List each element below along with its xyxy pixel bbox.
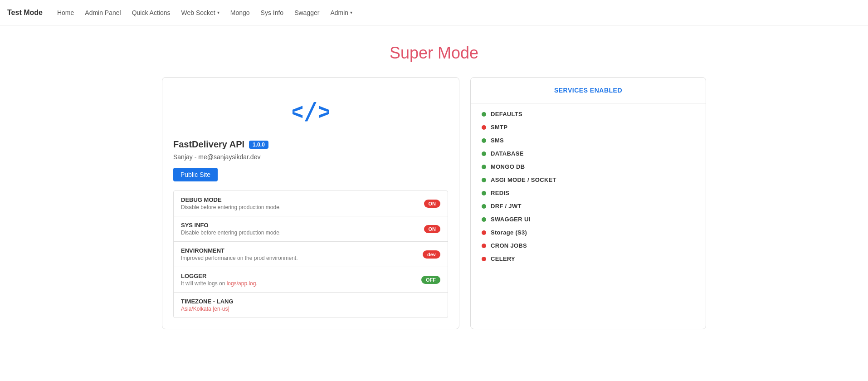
service-dot-icon [482,204,486,209]
setting-timezone: TIMEZONE - LANG Asia/Kolkata [en-us] [174,293,448,318]
setting-logger-label: LOGGER [181,273,258,279]
service-dot-icon [482,257,486,261]
setting-sysinfo-badge: ON [424,225,441,233]
service-dot-icon [482,151,486,156]
nav-home[interactable]: Home [54,7,78,18]
service-item: DATABASE [482,150,695,157]
setting-sysinfo-label: SYS INFO [181,222,281,229]
nav-admin[interactable]: Admin [327,7,356,18]
service-dot-icon [482,217,486,222]
service-name: SMTP [491,124,507,131]
setting-env-desc: Improved performance on the prod environ… [181,255,297,261]
service-name: DRF / JWT [491,203,522,210]
nav-quick-actions[interactable]: Quick Actions [128,7,174,18]
setting-tz-info: TIMEZONE - LANG Asia/Kolkata [en-us] [181,298,234,312]
setting-env-label: ENVIRONMENT [181,247,297,254]
nav-swagger[interactable]: Swagger [291,7,323,18]
public-site-button[interactable]: Public Site [173,168,218,181]
service-item: CELERY [482,255,695,262]
service-item: DEFAULTS [482,111,695,117]
navbar: Test Mode Home Admin Panel Quick Actions… [0,0,868,25]
service-name: ASGI MODE / SOCKET [491,176,556,183]
svg-text:</>: </> [293,98,329,125]
api-title-row: FastDelivery API 1.0.0 [173,139,448,150]
services-header: SERVICES ENABLED [471,78,706,103]
service-dot-icon [482,191,486,195]
api-name: FastDelivery API [173,139,244,150]
right-card: SERVICES ENABLED DEFAULTSSMTPSMSDATABASE… [470,77,706,329]
nav-mongo[interactable]: Mongo [227,7,254,18]
service-dot-icon [482,112,486,117]
setting-debug-mode: DEBUG MODE Disable before entering produ… [174,191,448,216]
page-title: Super Mode [9,44,859,63]
setting-sysinfo-desc: Disable before entering production mode. [181,230,281,236]
setting-env-info: ENVIRONMENT Improved performance on the … [181,247,297,261]
log-link[interactable]: logs/app.log [227,280,256,287]
setting-environment: ENVIRONMENT Improved performance on the … [174,242,448,267]
setting-tz-label: TIMEZONE - LANG [181,298,234,305]
settings-list: DEBUG MODE Disable before entering produ… [173,190,448,318]
service-item: SWAGGER UI [482,216,695,223]
setting-logger-desc-text: It will write logs on [181,280,227,287]
service-name: SMS [491,137,504,144]
service-name: CRON JOBS [491,242,527,249]
service-item: MONGO DB [482,163,695,170]
code-svg-icon: </> [293,92,329,128]
service-item: SMTP [482,124,695,131]
nav-admin-panel[interactable]: Admin Panel [81,7,124,18]
cards-row: </> FastDelivery API 1.0.0 Sanjay - me@s… [162,77,706,329]
service-item: ASGI MODE / SOCKET [482,176,695,183]
nav-sys-info[interactable]: Sys Info [257,7,288,18]
setting-env-badge: dev [423,250,440,259]
service-name: MONGO DB [491,163,525,170]
setting-debug-badge: ON [424,200,441,208]
service-name: DEFAULTS [491,111,522,117]
setting-debug-desc: Disable before entering production mode. [181,204,281,210]
setting-logger-desc: It will write logs on logs/app.log. [181,280,258,287]
service-item: REDIS [482,190,695,196]
code-icon: </> [173,92,448,128]
nav-web-socket[interactable]: Web Socket [178,7,223,18]
service-dot-icon [482,138,486,143]
setting-debug-info: DEBUG MODE Disable before entering produ… [181,196,281,210]
navbar-brand: Test Mode [7,9,43,17]
service-dot-icon [482,125,486,130]
service-item: SMS [482,137,695,144]
service-item: CRON JOBS [482,242,695,249]
setting-logger-badge: OFF [421,276,440,284]
setting-logger-info: LOGGER It will write logs on logs/app.lo… [181,273,258,287]
service-name: CELERY [491,255,515,262]
setting-debug-label: DEBUG MODE [181,196,281,203]
main-content: Super Mode </> FastDelivery API 1.0.0 Sa… [0,25,868,347]
service-name: DATABASE [491,150,524,157]
setting-sysinfo-info: SYS INFO Disable before entering product… [181,222,281,236]
service-item: DRF / JWT [482,203,695,210]
service-name: REDIS [491,190,509,196]
service-item: Storage (S3) [482,229,695,236]
version-badge: 1.0.0 [249,141,268,149]
service-dot-icon [482,165,486,169]
left-card: </> FastDelivery API 1.0.0 Sanjay - me@s… [162,77,459,329]
service-dot-icon [482,178,486,182]
service-name: Storage (S3) [491,229,527,236]
setting-sys-info: SYS INFO Disable before entering product… [174,216,448,242]
setting-logger-desc-suffix: . [256,280,257,287]
service-dot-icon [482,244,486,248]
setting-logger: LOGGER It will write logs on logs/app.lo… [174,267,448,293]
services-list: DEFAULTSSMTPSMSDATABASEMONGO DBASGI MODE… [471,103,706,269]
setting-tz-value: Asia/Kolkata [en-us] [181,306,234,312]
service-dot-icon [482,230,486,235]
service-name: SWAGGER UI [491,216,531,223]
api-author: Sanjay - me@sanjaysikdar.dev [173,153,448,161]
